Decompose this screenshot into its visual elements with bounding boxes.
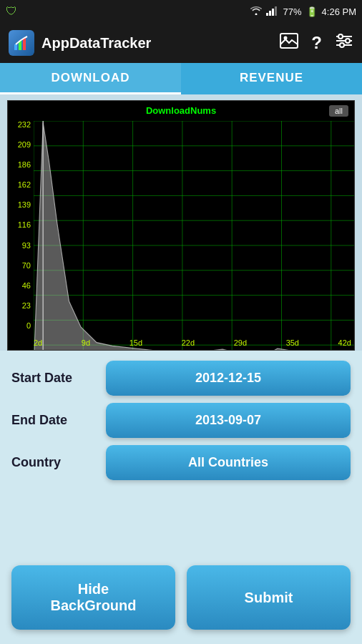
tab-download[interactable]: DOWNLOAD — [0, 63, 181, 94]
help-icon[interactable]: ? — [311, 33, 322, 53]
signal-icon — [266, 6, 279, 18]
end-date-label: End Date — [11, 413, 97, 428]
chart-legend: all — [329, 105, 348, 117]
status-bar: 🛡 77% 🔋 4:26 PM — [0, 0, 362, 23]
country-button[interactable]: All Countries — [106, 445, 351, 480]
app-title: AppDataTracker — [41, 35, 273, 52]
x-axis: 2d 9d 15d 22d 29d 35d 42d — [34, 338, 351, 347]
country-label: Country — [11, 455, 97, 470]
image-icon[interactable] — [280, 33, 298, 53]
svg-rect-1 — [269, 11, 271, 16]
country-row: Country All Countries — [11, 445, 351, 480]
svg-rect-4 — [14, 44, 17, 50]
svg-point-13 — [346, 39, 350, 43]
chart-box: DownloadNums all 232 209 186 162 139 116… — [7, 100, 355, 351]
controls-area: Start Date 2012-12-15 End Date 2013-09-0… — [0, 351, 362, 486]
svg-rect-0 — [266, 13, 268, 16]
tab-bar: DOWNLOAD REVENUE — [0, 63, 362, 94]
title-bar-actions: ? — [280, 33, 353, 53]
chart-container: DownloadNums all 232 209 186 162 139 116… — [0, 94, 362, 351]
start-date-label: Start Date — [11, 371, 97, 386]
status-left: 🛡 — [6, 5, 17, 18]
settings-icon[interactable] — [335, 33, 353, 53]
end-date-button[interactable]: 2013-09-07 — [106, 403, 351, 438]
app-icon — [9, 30, 34, 56]
time-display: 4:26 PM — [322, 6, 356, 17]
svg-marker-35 — [34, 122, 355, 351]
svg-rect-2 — [272, 9, 274, 16]
tab-revenue[interactable]: REVENUE — [181, 63, 362, 94]
title-bar: AppDataTracker ? — [0, 23, 362, 63]
battery-icon: 🔋 — [306, 6, 318, 17]
start-date-button[interactable]: 2012-12-15 — [106, 361, 351, 396]
svg-rect-3 — [275, 6, 277, 16]
app-shield-icon: 🛡 — [6, 5, 17, 18]
end-date-row: End Date 2013-09-07 — [11, 403, 351, 438]
wifi-icon — [250, 6, 262, 17]
chart-title: DownloadNums — [146, 105, 216, 116]
bottom-buttons: HideBackGround Submit — [11, 565, 351, 630]
start-date-row: Start Date 2012-12-15 — [11, 361, 351, 396]
y-axis: 232 209 186 162 139 116 93 70 46 23 0 — [8, 121, 34, 330]
status-right: 77% 🔋 4:26 PM — [250, 6, 356, 18]
svg-rect-6 — [23, 38, 26, 50]
submit-button[interactable]: Submit — [187, 565, 351, 630]
chart-grid-svg — [34, 121, 355, 351]
svg-point-14 — [340, 43, 344, 47]
svg-point-12 — [338, 34, 343, 39]
hide-background-button[interactable]: HideBackGround — [11, 565, 175, 630]
battery-text: 77% — [283, 6, 302, 17]
